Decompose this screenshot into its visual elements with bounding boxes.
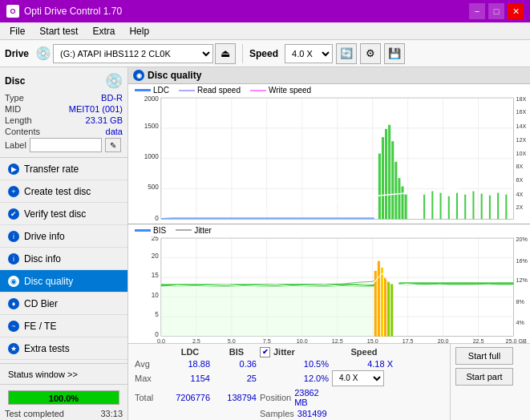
legend-read-speed: Read speed <box>179 86 241 95</box>
verify-test-icon: ✔ <box>8 208 19 220</box>
max-jitter: 12.0% <box>260 374 332 383</box>
svg-text:12X: 12X <box>516 137 527 143</box>
type-value: BD-R <box>101 93 123 103</box>
avg-row: Avg 18.88 0.36 10.5% 4.18 X <box>135 359 443 369</box>
bottom-stats: LDC BIS ✔ Jitter Speed Avg 18.88 0.36 10… <box>128 343 530 420</box>
minimize-button[interactable]: − <box>469 3 485 19</box>
save-button[interactable]: 💾 <box>384 43 405 64</box>
avg-label: Avg <box>135 359 167 369</box>
svg-rect-24 <box>431 191 433 220</box>
svg-text:20: 20 <box>152 252 160 259</box>
length-value: 23.31 GB <box>86 115 123 125</box>
col-ldc-header: LDC <box>167 347 213 357</box>
svg-text:14X: 14X <box>516 123 527 130</box>
svg-text:25.0 GB: 25.0 GB <box>506 338 527 343</box>
mid-value: MEIT01 (001) <box>69 104 123 114</box>
menu-help[interactable]: Help <box>123 24 156 38</box>
svg-rect-14 <box>378 154 381 220</box>
chart1-container: LDC Read speed Write speed <box>128 84 530 224</box>
svg-text:10X: 10X <box>516 151 527 157</box>
svg-text:16X: 16X <box>516 110 527 116</box>
chart2-legend: BIS Jitter <box>128 224 530 236</box>
samples-val: 381499 <box>297 409 327 418</box>
sidebar-status: Status window >> 100.0% Test completed 3… <box>0 363 127 420</box>
svg-text:25: 25 <box>152 236 160 242</box>
svg-rect-30 <box>481 194 483 220</box>
svg-rect-22 <box>405 195 407 220</box>
menu-file[interactable]: File <box>3 24 31 38</box>
menu-start-test[interactable]: Start test <box>33 24 84 38</box>
menu-extra[interactable]: Extra <box>86 24 121 38</box>
svg-text:12%: 12% <box>516 277 528 284</box>
svg-text:15.0: 15.0 <box>367 338 378 343</box>
sidebar-item-transfer-rate[interactable]: ▶ Transfer rate <box>0 158 127 180</box>
avg-jitter: 10.5% <box>260 359 332 369</box>
svg-rect-18 <box>391 141 394 219</box>
disc-quality-title: Disc quality <box>148 70 201 81</box>
svg-text:6X: 6X <box>516 178 524 184</box>
col-jitter-header: Jitter <box>273 347 295 357</box>
legend-jitter: Jitter <box>176 226 212 235</box>
svg-text:18X: 18X <box>516 96 527 103</box>
settings-button[interactable]: ⚙ <box>360 43 381 64</box>
toolbar: Drive 💿 (G:) ATAPI iHBS112 2 CL0K ⏏ Spee… <box>0 40 530 67</box>
cd-bier-icon: ♦ <box>8 298 19 309</box>
sidebar-item-create-test-disc[interactable]: + Create test disc <box>0 180 127 203</box>
stats-left: LDC BIS ✔ Jitter Speed Avg 18.88 0.36 10… <box>128 344 450 420</box>
drive-select[interactable]: (G:) ATAPI iHBS112 2 CL0K <box>53 44 213 63</box>
sidebar-item-verify-test-disc[interactable]: ✔ Verify test disc <box>0 203 127 225</box>
svg-rect-32 <box>497 193 499 220</box>
speed-select[interactable]: 4.0 X <box>285 44 333 63</box>
progress-bar: 100.0% <box>8 390 119 405</box>
jitter-checkbox[interactable]: ✔ <box>260 347 270 357</box>
max-speed-select[interactable]: 4.0 X <box>332 370 384 386</box>
chart1-svg: 0 500 1000 1500 2000 18X 16X 14X 12X 10X… <box>128 96 530 223</box>
svg-rect-73 <box>161 284 374 336</box>
svg-text:16%: 16% <box>516 257 528 264</box>
sidebar-item-extra-tests[interactable]: ★ Extra tests <box>0 337 127 360</box>
max-bis: 25 <box>213 374 260 383</box>
samples-label: Samples <box>260 409 294 418</box>
svg-text:10.0: 10.0 <box>297 223 308 224</box>
sidebar-item-disc-info[interactable]: i Disc info <box>0 248 127 270</box>
sidebar-item-fe-te[interactable]: ~ FE / TE <box>0 315 127 337</box>
transfer-rate-icon: ▶ <box>8 164 19 175</box>
max-row: Max 1154 25 12.0% 4.0 X <box>135 370 443 386</box>
svg-text:15.0: 15.0 <box>367 223 378 224</box>
fe-te-icon: ~ <box>8 321 19 332</box>
svg-rect-77 <box>384 277 386 337</box>
svg-text:5.0: 5.0 <box>228 223 236 224</box>
label-edit-button[interactable]: ✎ <box>105 138 121 152</box>
avg-bis: 0.36 <box>213 359 260 369</box>
status-completed-text: Test completed <box>5 409 64 418</box>
close-button[interactable]: ✕ <box>508 3 524 19</box>
refresh-button[interactable]: 🔄 <box>336 43 357 64</box>
status-window-label: Status window >> <box>8 370 78 379</box>
disc-quality-icon: ◉ <box>8 276 19 287</box>
svg-text:22.5: 22.5 <box>473 338 484 343</box>
maximize-button[interactable]: □ <box>488 3 504 19</box>
start-part-button[interactable]: Start part <box>455 368 513 386</box>
svg-rect-26 <box>448 196 450 220</box>
col-speed-header: Speed <box>332 347 396 357</box>
svg-rect-16 <box>385 129 387 219</box>
svg-rect-28 <box>464 195 466 220</box>
chart1-legend: LDC Read speed Write speed <box>128 84 530 96</box>
svg-text:5: 5 <box>155 311 159 318</box>
sidebar-item-drive-info[interactable]: i Drive info <box>0 225 127 248</box>
svg-rect-78 <box>387 281 390 336</box>
eject-button[interactable]: ⏏ <box>215 43 236 64</box>
disc-quality-header: ◉ Disc quality <box>128 67 530 84</box>
start-full-button[interactable]: Start full <box>455 347 513 365</box>
sidebar-item-disc-quality[interactable]: ◉ Disc quality <box>0 270 127 293</box>
svg-text:17.5: 17.5 <box>403 338 414 343</box>
status-window-button[interactable]: Status window >> <box>0 364 127 385</box>
svg-rect-75 <box>378 260 380 336</box>
sidebar-item-cd-bier[interactable]: ♦ CD Bier <box>0 293 127 315</box>
avg-speed: 4.18 X <box>332 359 396 369</box>
total-bis: 138794 <box>213 393 260 402</box>
label-label: Label <box>5 140 26 150</box>
svg-text:4%: 4% <box>516 320 525 326</box>
disc-info-icon: i <box>8 253 19 265</box>
label-input[interactable] <box>30 138 102 152</box>
